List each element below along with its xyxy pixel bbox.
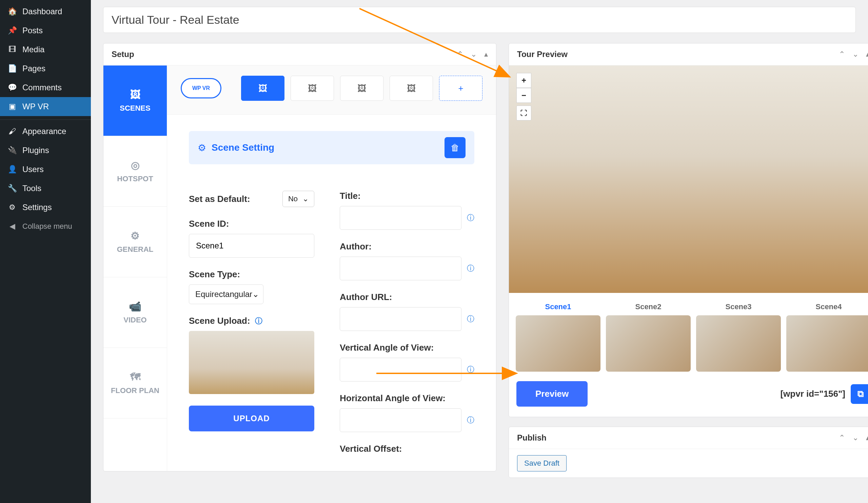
shortcode-text: [wpvr id="156"]	[780, 389, 845, 399]
vertical-angle-label: Vertical Angle of View:	[340, 342, 474, 353]
sidebar-item-label: Dashboard	[22, 7, 62, 16]
appearance-icon: 🖌	[8, 127, 17, 136]
sidebar-item-tools[interactable]: 🔧Tools	[0, 179, 91, 198]
upload-button[interactable]: UPLOAD	[189, 405, 314, 431]
collapse-icon: ◀	[8, 222, 17, 231]
vertical-offset-label: Vertical Offset:	[340, 444, 474, 454]
panel-down-icon[interactable]: ⌄	[852, 433, 858, 442]
scene-tab-2[interactable]: 🖼	[291, 76, 334, 101]
vr-icon: ▣	[8, 102, 17, 111]
tab-hotspot[interactable]: ◎HOTSPOT	[103, 136, 167, 207]
map-icon: 🗺	[130, 371, 141, 383]
tour-preview-panel: Tour Preview ⌃ ⌄ ▴ + − ⛶	[509, 43, 868, 417]
gear-icon: ⚙	[198, 142, 206, 153]
thumb-scene4[interactable]: Scene4	[786, 302, 868, 372]
sidebar-item-appearance[interactable]: 🖌Appearance	[0, 120, 91, 141]
wpvr-logo: WP VR	[181, 78, 221, 98]
zoom-out-button[interactable]: −	[516, 88, 531, 103]
set-default-label: Set as Default:	[189, 194, 250, 204]
media-icon: 🎞	[8, 45, 17, 54]
sidebar-item-dashboard[interactable]: 🏠Dashboard	[0, 2, 91, 21]
sidebar-item-users[interactable]: 👤Users	[0, 160, 91, 179]
sidebar-item-label: Pages	[22, 64, 45, 73]
title-input[interactable]	[340, 206, 462, 230]
tab-floorplan[interactable]: 🗺FLOOR PLAN	[103, 348, 167, 419]
scene-upload-preview[interactable]	[189, 331, 314, 394]
info-icon[interactable]: ⓘ	[255, 316, 262, 326]
info-icon[interactable]: ⓘ	[467, 263, 474, 273]
set-default-select[interactable]: No⌄	[282, 191, 314, 207]
sidebar-item-posts[interactable]: 📌Posts	[0, 21, 91, 40]
horizontal-angle-input[interactable]	[340, 408, 462, 432]
sidebar-item-label: Comments	[22, 83, 62, 92]
tab-scenes[interactable]: 🖼SCENES	[103, 66, 167, 136]
sidebar-item-comments[interactable]: 💬Comments	[0, 78, 91, 97]
dashboard-icon: 🏠	[8, 7, 17, 16]
thumb-scene3[interactable]: Scene3	[696, 302, 781, 372]
preview-button[interactable]: Preview	[516, 381, 588, 406]
pin-icon: 📌	[8, 26, 17, 35]
vertical-angle-input[interactable]	[340, 358, 462, 382]
panel-toggle-icon[interactable]: ▴	[866, 50, 868, 59]
scene-id-input[interactable]	[189, 234, 314, 258]
info-icon[interactable]: ⓘ	[467, 415, 474, 425]
scene-tab-3[interactable]: 🖼	[340, 76, 383, 101]
setup-tabs: 🖼SCENES ◎HOTSPOT ⚙GENERAL 📹VIDEO 🗺FLOOR …	[103, 66, 167, 471]
panel-up-icon[interactable]: ⌃	[839, 433, 845, 442]
save-draft-button[interactable]: Save Draft	[517, 455, 567, 471]
scene-tab-add[interactable]: +	[439, 76, 483, 101]
chevron-down-icon: ⌄	[252, 290, 259, 299]
sidebar-item-label: Media	[22, 45, 44, 54]
image-icon: 🖼	[358, 83, 366, 94]
sidebar-item-pages[interactable]: 📄Pages	[0, 59, 91, 78]
copy-shortcode-button[interactable]: ⧉	[851, 384, 868, 404]
scene-type-select[interactable]: Equirectangular⌄	[189, 284, 264, 304]
author-input[interactable]	[340, 256, 462, 280]
main-content: Setup ⌃ ⌄ ▴ 🖼SCENES ◎HOTSPOT ⚙GENERAL 📹	[91, 0, 868, 503]
sidebar-item-wpvr[interactable]: ▣WP VR	[0, 97, 91, 116]
preview-viewport[interactable]: + − ⛶	[509, 66, 868, 293]
info-icon[interactable]: ⓘ	[467, 213, 474, 223]
setup-panel: Setup ⌃ ⌄ ▴ 🖼SCENES ◎HOTSPOT ⚙GENERAL 📹	[103, 43, 496, 471]
page-icon: 📄	[8, 64, 17, 73]
plus-icon: +	[458, 83, 463, 94]
sidebar-item-collapse[interactable]: ◀Collapse menu	[0, 217, 91, 236]
image-icon: 🖼	[407, 83, 416, 94]
info-icon[interactable]: ⓘ	[467, 364, 474, 375]
thumb-scene2[interactable]: Scene2	[606, 302, 691, 372]
scene-tab-1[interactable]: 🖼	[241, 76, 285, 101]
panel-down-icon[interactable]: ⌄	[471, 50, 477, 59]
panel-down-icon[interactable]: ⌄	[852, 50, 858, 59]
panel-toggle-icon[interactable]: ▴	[484, 50, 488, 59]
sidebar-item-label: Posts	[22, 26, 43, 35]
tools-icon: 🔧	[8, 184, 17, 193]
thumb-scene1[interactable]: Scene1	[516, 302, 600, 372]
zoom-in-button[interactable]: +	[516, 73, 531, 88]
scene-setting-header: ⚙ Scene Setting 🗑	[189, 131, 474, 164]
sidebar-item-label: Users	[22, 164, 44, 174]
users-icon: 👤	[8, 164, 17, 174]
info-icon[interactable]: ⓘ	[467, 314, 474, 324]
scene-tab-4[interactable]: 🖼	[390, 76, 433, 101]
panel-up-icon[interactable]: ⌃	[839, 50, 845, 59]
tab-video[interactable]: 📹VIDEO	[103, 277, 167, 348]
panel-up-icon[interactable]: ⌃	[457, 50, 463, 59]
fullscreen-button[interactable]: ⛶	[516, 105, 531, 120]
sidebar-item-settings[interactable]: ⚙Settings	[0, 198, 91, 217]
sidebar-item-label: WP VR	[22, 102, 49, 111]
setup-panel-title: Setup	[112, 50, 134, 59]
tab-general[interactable]: ⚙GENERAL	[103, 207, 167, 277]
settings-icon: ⚙	[8, 203, 17, 212]
thumbnail-image	[606, 315, 691, 372]
sidebar-item-plugins[interactable]: 🔌Plugins	[0, 141, 91, 160]
panel-toggle-icon[interactable]: ▴	[866, 433, 868, 442]
comment-icon: 💬	[8, 83, 17, 92]
author-url-input[interactable]	[340, 307, 462, 331]
thumbnail-image	[696, 315, 781, 372]
delete-scene-button[interactable]: 🗑	[445, 137, 466, 158]
sidebar-item-media[interactable]: 🎞Media	[0, 40, 91, 59]
sidebar-item-label: Appearance	[22, 127, 66, 136]
author-label: Author:	[340, 241, 474, 252]
tour-title-input[interactable]	[103, 7, 856, 33]
author-url-label: Author URL:	[340, 292, 474, 302]
